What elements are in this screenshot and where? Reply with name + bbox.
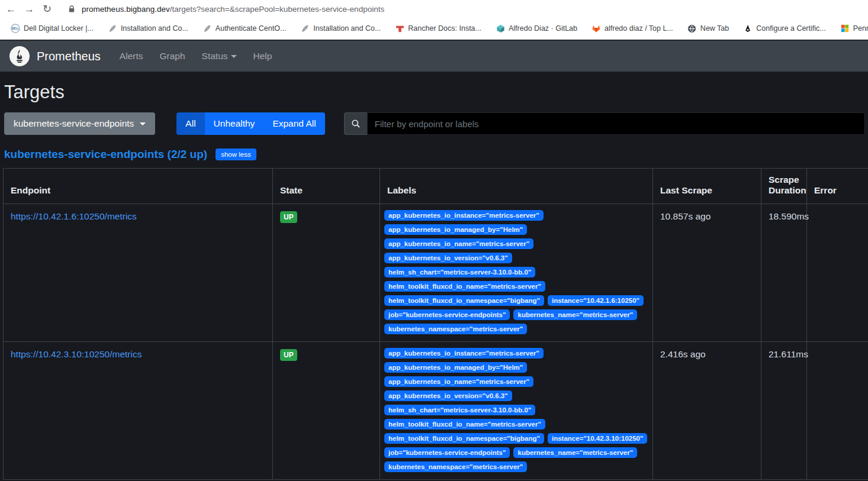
search-icon <box>344 112 367 135</box>
prometheus-brand-link[interactable]: Prometheus <box>9 46 111 66</box>
microsoft-icon <box>840 24 850 33</box>
search-bar <box>344 112 865 135</box>
target-label-badge: app_kubernetes_io_instance="metrics-serv… <box>384 210 544 221</box>
target-label-badge: instance="10.42.3.10:10250" <box>548 433 647 444</box>
nav-item-graph[interactable]: Graph <box>151 46 193 66</box>
prometheus-navbar: Prometheus Alerts Graph Status Help <box>0 40 868 72</box>
nav-item-help[interactable]: Help <box>245 46 281 66</box>
bookmark-dell[interactable]: DELL Dell Digital Locker |... <box>6 21 98 35</box>
labels-list: app_kubernetes_io_instance="metrics-serv… <box>384 348 648 473</box>
chevron-down-icon <box>140 122 146 125</box>
filter-controls: kubernetes-service-endpoints All Unhealt… <box>4 112 865 135</box>
page-title: Targets <box>4 82 865 103</box>
bookmark-penn-state[interactable]: Penn State Graduat... <box>835 21 868 35</box>
bookmark-rancher-docs[interactable]: Rancher Docs: Insta... <box>390 21 486 35</box>
bookmark-label: Penn State Graduat... <box>853 24 868 33</box>
document-quill-icon <box>300 24 310 33</box>
target-label-badge: app_kubernetes_io_name="metrics-server" <box>384 238 533 249</box>
target-label-badge: helm_toolkit_fluxcd_io_namespace="bigban… <box>384 433 544 444</box>
chevron-down-icon <box>231 55 237 58</box>
reload-icon[interactable]: ↻ <box>43 4 52 14</box>
search-input[interactable] <box>367 112 865 135</box>
target-label-badge: helm_toolkit_fluxcd_io_name="metrics-ser… <box>384 281 545 292</box>
target-label-badge: job="kubernetes-service-endpoints" <box>384 447 510 458</box>
target-label-badge: helm_toolkit_fluxcd_io_name="metrics-ser… <box>384 419 545 430</box>
scrape-duration-value: 21.611ms <box>761 342 807 480</box>
status-badge: UP <box>280 211 297 223</box>
show-less-button[interactable]: show less <box>216 149 256 160</box>
url-host: prometheus.bigbang.dev <box>82 5 170 14</box>
target-label-badge: app_kubernetes_io_managed_by="Helm" <box>384 362 527 373</box>
target-label-badge: kubernetes_name="metrics-server" <box>513 447 637 458</box>
target-label-badge: helm_toolkit_fluxcd_io_namespace="bigban… <box>384 295 544 306</box>
bookmark-installation-2[interactable]: Installation and Co... <box>295 21 385 35</box>
targets-table: Endpoint State Labels Last Scrape Scrape… <box>3 168 868 480</box>
url-bar[interactable]: prometheus.bigbang.dev/targets?search=&s… <box>60 1 862 17</box>
svg-text:DELL: DELL <box>12 27 19 30</box>
target-label-badge: app_kubernetes_io_instance="metrics-serv… <box>384 348 544 359</box>
document-quill-icon <box>108 24 117 33</box>
target-filter-button-group: All Unhealthy Expand All <box>176 112 324 135</box>
target-label-badge: app_kubernetes_io_version="v0.6.3" <box>384 390 512 401</box>
target-label-badge: helm_sh_chart="metrics-server-3.10.0-bb.… <box>384 405 535 415</box>
back-icon[interactable]: ← <box>6 4 16 14</box>
bookmark-label: Installation and Co... <box>313 24 381 33</box>
url-path: /targets?search=&scrapePool=kubernetes-s… <box>170 5 384 14</box>
rancher-icon <box>395 24 404 33</box>
table-row: https://10.42.1.6:10250/metrics UP app_k… <box>4 204 868 342</box>
target-label-badge: app_kubernetes_io_managed_by="Helm" <box>384 224 527 235</box>
lock-icon[interactable] <box>67 4 76 14</box>
bookmark-label: New Tab <box>700 24 729 33</box>
forward-icon[interactable]: → <box>24 4 34 14</box>
last-scrape-value: 10.857s ago <box>653 204 761 342</box>
bookmark-configure-certificate[interactable]: Configure a Certific... <box>738 21 830 35</box>
bookmark-label: Configure a Certific... <box>756 24 825 33</box>
dell-badge-icon: DELL <box>11 24 20 33</box>
gitlab-fox-icon <box>591 24 601 33</box>
header-scrape-duration: Scrape Duration <box>761 169 807 204</box>
header-labels: Labels <box>380 169 653 204</box>
bookmark-label: Installation and Co... <box>121 24 188 33</box>
endpoint-link[interactable]: https://10.42.3.10:10250/metrics <box>11 349 142 359</box>
gitlab-cube-icon <box>496 24 505 33</box>
brand-name: Prometheus <box>37 50 101 63</box>
last-scrape-value: 2.416s ago <box>653 342 761 480</box>
header-last-scrape: Last Scrape <box>653 169 761 204</box>
scrape-pool-dropdown[interactable]: kubernetes-service-endpoints <box>4 112 155 135</box>
filter-unhealthy-button[interactable]: Unhealthy <box>205 112 264 135</box>
nav-item-alerts[interactable]: Alerts <box>111 46 152 66</box>
header-error: Error <box>807 169 868 204</box>
target-label-badge: helm_sh_chart="metrics-server-3.10.0-bb.… <box>384 267 535 277</box>
bookmark-label: alfredo diaz / Top L... <box>605 24 673 33</box>
target-label-badge: app_kubernetes_io_version="v0.6.3" <box>384 253 512 263</box>
pen-nib-icon <box>743 24 753 33</box>
scrape-pool-section-header: kubernetes-service-endpoints (2/2 up) sh… <box>4 148 865 161</box>
bookmark-label: Dell Digital Locker |... <box>24 24 94 33</box>
document-quill-icon <box>202 24 212 33</box>
error-value <box>807 204 868 342</box>
target-label-badge: job="kubernetes-service-endpoints" <box>384 309 510 320</box>
browser-toolbar: ← → ↻ prometheus.bigbang.dev/targets?sea… <box>0 0 868 18</box>
table-header-row: Endpoint State Labels Last Scrape Scrape… <box>4 169 868 204</box>
target-label-badge: kubernetes_namespace="metrics-server" <box>384 461 527 472</box>
bookmarks-bar: DELL Dell Digital Locker |... Installati… <box>0 18 868 40</box>
scrape-pool-title: kubernetes-service-endpoints (2/2 up) <box>4 148 207 161</box>
endpoint-link[interactable]: https://10.42.1.6:10250/metrics <box>11 211 137 221</box>
labels-list: app_kubernetes_io_instance="metrics-serv… <box>384 210 648 335</box>
nav-item-status[interactable]: Status <box>194 46 245 66</box>
bookmark-authenticate-centos[interactable]: Authenticate CentO... <box>198 21 291 35</box>
prometheus-logo-icon <box>9 46 30 66</box>
target-label-badge: app_kubernetes_io_name="metrics-server" <box>384 376 533 387</box>
filter-all-button[interactable]: All <box>176 112 204 135</box>
target-label-badge: kubernetes_namespace="metrics-server" <box>384 324 527 334</box>
status-badge: UP <box>280 349 297 361</box>
error-value <box>807 342 868 480</box>
bookmark-gitlab-top-level[interactable]: alfredo diaz / Top L... <box>587 21 678 35</box>
table-row: https://10.42.3.10:10250/metrics UP app_… <box>4 342 868 480</box>
expand-all-button[interactable]: Expand All <box>263 112 324 135</box>
bookmark-installation-1[interactable]: Installation and Co... <box>103 21 193 35</box>
header-state: State <box>273 169 380 204</box>
bookmark-new-tab[interactable]: New Tab <box>683 21 734 35</box>
bookmark-gitlab-profile[interactable]: Alfredo Diaz · GitLab <box>491 21 582 35</box>
bookmark-label: Rancher Docs: Insta... <box>408 24 481 33</box>
